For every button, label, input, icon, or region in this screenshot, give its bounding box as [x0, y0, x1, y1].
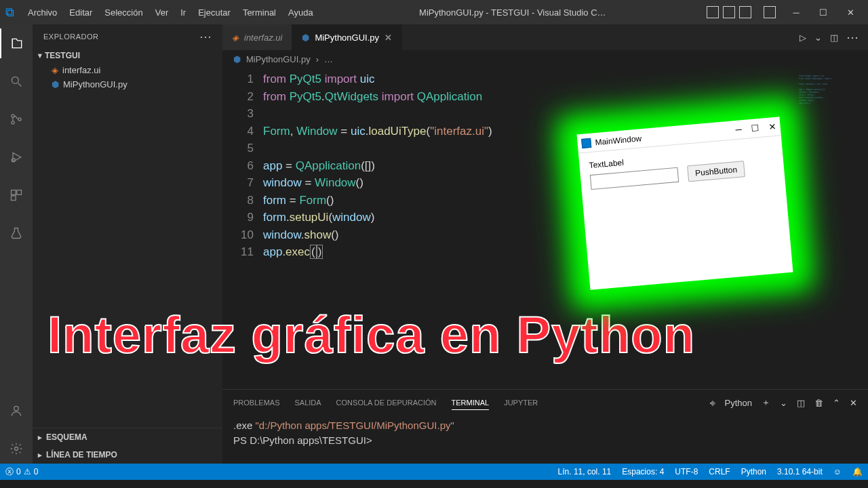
qt-window-title: MainWindow [595, 134, 642, 147]
ui-file-icon: ◈ [52, 65, 58, 75]
panel-left-icon[interactable] [707, 6, 719, 18]
svg-rect-7 [12, 196, 16, 201]
explorer-icon[interactable] [0, 28, 33, 58]
python-file-icon: ⬢ [52, 79, 59, 89]
maximize-icon[interactable]: ☐ [811, 3, 835, 22]
menu-terminal[interactable]: Terminal [237, 5, 281, 20]
menu-run[interactable]: Ejecutar [193, 5, 236, 20]
timeline-section[interactable]: LÍNEA DE TIEMPO [33, 446, 222, 464]
terminal-kernel[interactable]: Python [725, 395, 752, 411]
chevron-down-icon [38, 51, 42, 60]
close-panel-icon[interactable]: ✕ [850, 395, 857, 411]
breadcrumb[interactable]: ⬢ MiPythonGUI.py › … [222, 50, 868, 68]
extensions-icon[interactable] [0, 180, 33, 210]
ui-file-icon: ◈ [232, 33, 239, 43]
status-errors[interactable]: ⓧ0⚠0 [0, 466, 43, 478]
status-eol[interactable]: CRLF [703, 467, 735, 476]
panel-tab-debug-console[interactable]: CONSOLA DE DEPURACIÓN [336, 396, 437, 409]
tab-interfaz-ui[interactable]: ◈ interfaz.ui [222, 24, 292, 50]
warning-icon: ⚠ [24, 467, 31, 476]
minimize-icon[interactable]: ─ [784, 3, 808, 22]
close-tab-icon[interactable]: ✕ [384, 33, 392, 43]
chevron-right-icon [38, 450, 42, 460]
qt-maximize-icon[interactable]: ☐ [751, 123, 760, 134]
split-terminal-icon[interactable]: ◫ [797, 395, 805, 411]
main-menu: Archivo Editar Selección Ver Ir Ejecutar… [22, 5, 319, 20]
panel-tab-problems[interactable]: PROBLEMAS [233, 396, 279, 409]
svg-point-0 [12, 77, 18, 83]
panel-tab-jupyter[interactable]: JUPYTER [504, 396, 538, 409]
qt-minimize-icon[interactable]: ─ [735, 124, 742, 135]
svg-point-8 [14, 406, 19, 411]
panel-tab-output[interactable]: SALIDA [294, 396, 321, 409]
svg-point-2 [12, 121, 14, 124]
menu-view[interactable]: Ver [150, 5, 174, 20]
explorer-title: EXPLORADOR [43, 33, 98, 41]
qt-line-edit[interactable] [590, 167, 679, 190]
outline-section[interactable]: ESQUEMA [33, 428, 222, 446]
terminal-prompt: PS D:\Python apps\TESTGUI> [233, 434, 372, 446]
menu-go[interactable]: Ir [175, 5, 191, 20]
editor-more-icon[interactable]: ⋯ [846, 30, 859, 45]
chevron-right-icon [38, 432, 42, 442]
terminal-profile-icon[interactable]: ⎆ [710, 395, 715, 411]
file-interfaz-ui[interactable]: ◈ interfaz.ui [33, 63, 222, 77]
source-control-icon[interactable] [0, 104, 33, 134]
breadcrumb-file: MiPythonGUI.py [246, 54, 311, 64]
menu-file[interactable]: Archivo [22, 5, 62, 20]
line-numbers: 1234567891011 [222, 68, 263, 389]
qt-close-icon[interactable]: ✕ [768, 121, 776, 132]
bottom-panel: PROBLEMAS SALIDA CONSOLA DE DEPURACIÓN T… [222, 389, 868, 464]
panel-bottom-icon[interactable] [723, 6, 735, 18]
panel-right-icon[interactable] [739, 6, 751, 18]
menu-help[interactable]: Ayuda [283, 5, 319, 20]
run-icon[interactable]: ▷ [800, 33, 806, 43]
qt-main-window[interactable]: MainWindow ─ ☐ ✕ TextLabel PushButton [577, 117, 793, 289]
run-dropdown-icon[interactable]: ⌄ [814, 33, 822, 43]
status-encoding[interactable]: UTF-8 [669, 467, 703, 476]
search-icon[interactable] [0, 66, 33, 96]
run-debug-icon[interactable] [0, 142, 33, 172]
folder-header[interactable]: TESTGUI [33, 48, 222, 63]
status-bell-icon[interactable]: 🔔 [847, 467, 868, 476]
folder-name: TESTGUI [45, 51, 80, 60]
menu-selection[interactable]: Selección [99, 5, 148, 20]
close-icon[interactable]: ✕ [838, 3, 863, 22]
panel-tab-terminal[interactable]: TERMINAL [452, 396, 490, 410]
file-label: interfaz.ui [62, 65, 100, 75]
outline-label: ESQUEMA [46, 432, 87, 442]
qt-app-icon [581, 138, 591, 148]
breadcrumb-sep: › [316, 54, 319, 64]
status-language[interactable]: Python [736, 467, 772, 476]
editor-tabs: ◈ interfaz.ui ⬢ MiPythonGUI.py ✕ ▷ ⌄ ◫ ⋯ [222, 24, 868, 50]
status-line-col[interactable]: Lín. 11, col. 11 [553, 467, 617, 476]
status-interpreter[interactable]: 3.10.1 64-bit [772, 467, 828, 476]
minimap[interactable]: from PyQt5 import uicfrom PyQt5.QtWidget… [799, 75, 860, 129]
window-title: MiPythonGUI.py - TESTGUI - Visual Studio… [319, 7, 707, 18]
explorer-more-icon[interactable]: ⋯ [199, 29, 212, 44]
new-terminal-icon[interactable]: ＋ [762, 394, 770, 411]
settings-gear-icon[interactable] [0, 434, 33, 464]
status-spaces[interactable]: Espacios: 4 [616, 467, 669, 476]
timeline-label: LÍNEA DE TIEMPO [46, 450, 117, 460]
terminal-body[interactable]: .exe "d:/Python apps/TESTGUI/MiPythonGUI… [222, 415, 868, 464]
customize-layout-icon[interactable] [764, 6, 776, 18]
tab-label: interfaz.ui [244, 33, 282, 43]
terminal-dropdown-icon[interactable]: ⌄ [780, 395, 787, 411]
window-controls: ─ ☐ ✕ [784, 3, 863, 22]
breadcrumb-rest: … [324, 54, 333, 64]
file-mipythongui-py[interactable]: ⬢ MiPythonGUI.py [33, 77, 222, 92]
split-editor-icon[interactable]: ◫ [830, 33, 838, 43]
status-bar: ⓧ0⚠0 Lín. 11, col. 11 Espacios: 4 UTF-8 … [0, 464, 868, 480]
maximize-panel-icon[interactable]: ⌃ [833, 395, 840, 411]
status-feedback-icon[interactable]: ☺ [828, 467, 847, 476]
accounts-icon[interactable] [0, 396, 33, 426]
qt-push-button[interactable]: PushButton [687, 161, 745, 182]
file-label: MiPythonGUI.py [63, 79, 127, 89]
testing-icon[interactable] [0, 218, 33, 248]
tab-mipythongui-py[interactable]: ⬢ MiPythonGUI.py ✕ [292, 24, 402, 50]
svg-point-9 [15, 447, 18, 451]
qt-window-container: MainWindow ─ ☐ ✕ TextLabel PushButton [563, 112, 807, 308]
menu-edit[interactable]: Editar [64, 5, 98, 20]
kill-terminal-icon[interactable]: 🗑 [814, 395, 823, 411]
